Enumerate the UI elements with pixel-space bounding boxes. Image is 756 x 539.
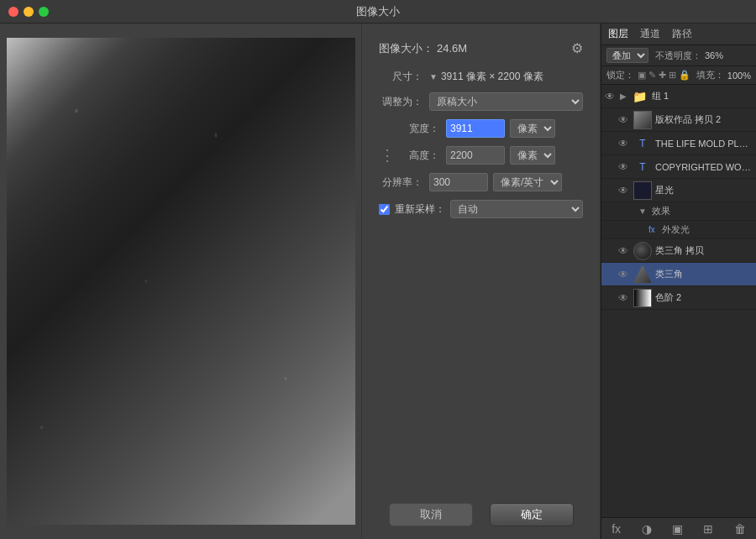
ok-button[interactable]: 确定 bbox=[490, 503, 574, 526]
lock-artboard-icon[interactable]: ⊞ bbox=[669, 70, 676, 81]
layer-item-copyright[interactable]: 👁 版权作品 拷贝 2 bbox=[601, 108, 756, 132]
layer-item-copyrighted[interactable]: 👁 T COPYRIGHTED WORKS bbox=[601, 155, 756, 179]
fill-row: 填充： 100% bbox=[696, 69, 751, 81]
layer-name-triangle: 类三角 bbox=[655, 268, 753, 280]
layer-item-lifemold[interactable]: 👁 T THE LIFE MOLD PLATE bbox=[601, 132, 756, 155]
window-controls[interactable] bbox=[8, 7, 49, 17]
lock-row: 锁定： ▣ ✎ ✚ ⊞ 🔒 填充： 100% bbox=[601, 66, 756, 85]
size-row: 尺寸： ▼ 3911 像素 × 2200 像素 bbox=[379, 70, 583, 84]
layer-name-copyrighted: COPYRIGHTED WORKS bbox=[655, 162, 753, 172]
size-display: 3911 像素 × 2200 像素 bbox=[441, 70, 543, 84]
panel-tabs: 图层 通道 路径 bbox=[601, 24, 756, 45]
resolution-label: 分辨率： bbox=[379, 175, 423, 190]
effect-glow-label: 外发光 bbox=[662, 223, 690, 236]
size-chevron-icon: ▼ bbox=[429, 72, 438, 81]
filesize-label: 图像大小： bbox=[379, 41, 433, 56]
fx-button[interactable]: fx bbox=[612, 522, 621, 536]
eye-icon-starlight[interactable]: 👁 bbox=[618, 185, 630, 196]
lock-paint-icon[interactable]: ✎ bbox=[648, 70, 656, 81]
lock-all-icon[interactable]: 🔒 bbox=[679, 70, 690, 81]
opacity-value: 36% bbox=[705, 50, 723, 60]
titlebar: 图像大小 bbox=[0, 0, 756, 24]
group-arrow-1[interactable]: ▶ bbox=[620, 92, 627, 101]
height-label: 高度： bbox=[396, 149, 439, 163]
lock-label: 锁定： bbox=[606, 69, 634, 81]
effect-outer-glow: fx 外发光 bbox=[601, 221, 756, 239]
effect-group-item: ▼ 效果 bbox=[601, 202, 756, 221]
width-input[interactable] bbox=[446, 119, 505, 138]
size-label: 尺寸： bbox=[379, 70, 423, 84]
effect-group-label: 效果 bbox=[652, 205, 670, 217]
layer-item-triangle-copy[interactable]: 👁 类三角 拷贝 bbox=[601, 239, 756, 263]
layer-thumb-lifemold: T bbox=[633, 134, 652, 153]
resample-label: 重新采样： bbox=[395, 202, 445, 217]
opacity-label: 不透明度： bbox=[655, 50, 701, 62]
tab-paths[interactable]: 路径 bbox=[672, 27, 692, 41]
layer-thumb-starlight bbox=[633, 181, 652, 200]
width-label: 宽度： bbox=[396, 122, 439, 136]
blend-opacity-row: 叠加 不透明度： 36% bbox=[601, 45, 756, 66]
button-row: 取消 确定 bbox=[379, 503, 583, 526]
window-title: 图像大小 bbox=[356, 4, 400, 19]
eye-icon-group1[interactable]: 👁 bbox=[605, 91, 617, 102]
resample-checkbox[interactable] bbox=[379, 204, 390, 215]
eye-icon-triangle[interactable]: 👁 bbox=[618, 269, 630, 280]
adjust-row: 调整为： 原稿大小 bbox=[379, 92, 583, 111]
maximize-button[interactable] bbox=[39, 7, 49, 17]
layer-name-triangle-copy: 类三角 拷贝 bbox=[655, 244, 753, 257]
lock-move-icon[interactable]: ✚ bbox=[659, 70, 666, 81]
lock-icons: ▣ ✎ ✚ ⊞ 🔒 bbox=[638, 70, 693, 81]
link-icon: ⋮ bbox=[380, 148, 395, 163]
cancel-button[interactable]: 取消 bbox=[389, 503, 473, 526]
layer-name-starlight: 星光 bbox=[655, 184, 753, 196]
height-input[interactable] bbox=[446, 146, 505, 165]
delete-layer-button[interactable]: 🗑 bbox=[734, 522, 746, 536]
layer-thumb-copyright bbox=[633, 111, 652, 129]
layer-item-triangle[interactable]: 👁 类三角 bbox=[601, 263, 756, 286]
eye-icon-levels[interactable]: 👁 bbox=[618, 292, 630, 304]
resample-select[interactable]: 自动 bbox=[450, 200, 583, 218]
width-unit-select[interactable]: 像素 bbox=[510, 119, 555, 138]
layer-name-group1: 组 1 bbox=[652, 90, 753, 102]
canvas-area bbox=[0, 24, 361, 539]
height-unit-select[interactable]: 像素 bbox=[510, 146, 555, 165]
layer-thumb-levels bbox=[633, 289, 652, 307]
resolution-unit-select[interactable]: 像素/英寸 bbox=[493, 173, 562, 191]
eye-icon-copyrighted[interactable]: 👁 bbox=[618, 161, 630, 173]
adjust-label: 调整为： bbox=[379, 95, 423, 109]
eye-icon-lifemold[interactable]: 👁 bbox=[618, 138, 630, 149]
folder-button[interactable]: ▣ bbox=[672, 522, 683, 536]
layer-name-lifemold: THE LIFE MOLD PLATE bbox=[655, 139, 753, 149]
height-row: 高度： 像素 bbox=[396, 146, 583, 165]
dialog-header: 图像大小： 24.6M ⚙ bbox=[379, 40, 583, 56]
layer-thumb-triangle-copy bbox=[633, 242, 652, 260]
blend-mode-select[interactable]: 叠加 bbox=[606, 48, 648, 63]
eye-icon-triangle-copy[interactable]: 👁 bbox=[618, 245, 630, 257]
gear-icon[interactable]: ⚙ bbox=[571, 40, 583, 56]
tab-channels[interactable]: 通道 bbox=[640, 27, 660, 41]
new-layer-button[interactable]: ⊞ bbox=[703, 522, 713, 536]
lock-transparent-icon[interactable]: ▣ bbox=[638, 70, 646, 81]
resolution-row: 分辨率： 像素/英寸 bbox=[379, 173, 583, 191]
layer-item-levels[interactable]: 👁 色阶 2 bbox=[601, 286, 756, 310]
minimize-button[interactable] bbox=[24, 7, 34, 17]
resample-row: 重新采样： 自动 bbox=[379, 200, 583, 218]
dialog-panel: 图像大小： 24.6M ⚙ 尺寸： ▼ 3911 像素 × 2200 像素 调整… bbox=[361, 24, 601, 539]
panel-bottom: fx ◑ ▣ ⊞ 🗑 bbox=[601, 517, 756, 539]
fill-label: 填充： bbox=[696, 69, 724, 81]
close-button[interactable] bbox=[8, 7, 18, 17]
eye-icon-copyright[interactable]: 👁 bbox=[618, 114, 630, 126]
layer-item-starlight[interactable]: 👁 星光 bbox=[601, 179, 756, 202]
adjustment-button[interactable]: ◑ bbox=[642, 522, 652, 536]
width-row: 宽度： 像素 bbox=[396, 119, 583, 138]
main-content: 图像大小： 24.6M ⚙ 尺寸： ▼ 3911 像素 × 2200 像素 调整… bbox=[0, 24, 756, 539]
resolution-input[interactable] bbox=[429, 173, 488, 191]
filesize-value: 24.6M bbox=[437, 42, 467, 55]
layers-panel: 图层 通道 路径 叠加 不透明度： 36% 锁定： ▣ ✎ ✚ ⊞ 🔒 填充： bbox=[601, 24, 756, 539]
layer-thumb-group1: 📁 bbox=[630, 87, 648, 106]
adjust-select[interactable]: 原稿大小 bbox=[429, 92, 583, 111]
tab-layers[interactable]: 图层 bbox=[608, 27, 628, 41]
layer-name-copyright: 版权作品 拷贝 2 bbox=[655, 113, 753, 126]
layer-item-group1[interactable]: 👁 ▶ 📁 组 1 bbox=[601, 85, 756, 108]
layer-thumb-copyrighted: T bbox=[633, 158, 652, 176]
